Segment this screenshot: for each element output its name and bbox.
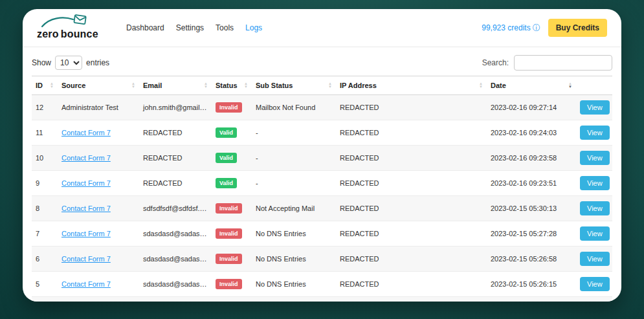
cell-date: 2023-02-15 05:26:58 (487, 247, 576, 272)
source-link[interactable]: Contact Form 7 (61, 204, 111, 212)
cell-substatus: - (252, 120, 336, 146)
cell-substatus: No DNS Entries (252, 272, 336, 297)
view-button[interactable]: View (580, 126, 610, 140)
status-badge: Invalid (216, 203, 242, 214)
status-badge: Invalid (216, 102, 242, 113)
cell-ip: REDACTED (336, 272, 487, 297)
nav-item-settings[interactable]: Settings (176, 23, 204, 32)
cell-date: 2023-02-16 09:27:14 (487, 95, 576, 120)
cell-action: View (576, 120, 612, 146)
top-navigation-bar: zerobounce DashboardSettingsToolsLogs 99… (23, 9, 621, 47)
cell-date: 2023-02-16 09:23:51 (487, 171, 576, 196)
column-header-source[interactable]: Source (58, 76, 139, 95)
column-label-status: Status (216, 82, 238, 89)
view-button[interactable]: View (580, 151, 610, 165)
cell-email: john.smith@gmail.com (139, 95, 212, 120)
entries-label: entries (86, 58, 109, 67)
cell-status: Invalid (212, 95, 252, 120)
view-button[interactable]: View (580, 201, 610, 215)
cell-email: sdasdasd@sadasdasd.com (139, 247, 212, 272)
cell-status: Invalid (212, 297, 252, 302)
view-button[interactable]: View (580, 176, 610, 190)
main-nav: DashboardSettingsToolsLogs (126, 23, 262, 32)
column-header-sub-status[interactable]: Sub Status (252, 76, 336, 95)
cell-source: Contact Form 7 (58, 297, 139, 302)
column-header-email[interactable]: Email (139, 76, 212, 95)
sort-icon[interactable] (50, 82, 54, 89)
cell-source: Contact Form 7 (58, 196, 139, 221)
cell-email: sdasdasd@sadasdasd.com (139, 221, 212, 247)
cell-id: 9 (32, 171, 58, 196)
info-icon[interactable]: ⓘ (533, 23, 540, 32)
table-row: 7Contact Form 7sdasdasd@sadasdasd.comInv… (32, 221, 612, 247)
view-button[interactable]: View (580, 226, 610, 241)
cell-status: Invalid (212, 196, 252, 221)
cell-action: View (576, 297, 612, 302)
sort-icon[interactable] (204, 82, 208, 89)
view-button[interactable]: View (580, 277, 610, 291)
view-button[interactable]: View (580, 100, 610, 115)
brand-logo[interactable]: zerobounce (37, 14, 109, 42)
cell-email: REDACTED (139, 171, 212, 196)
cell-date: 2023-02-16 09:24:03 (487, 120, 576, 146)
cell-email: sdfsdfsdf@sdfdsf.com (139, 196, 212, 221)
cell-substatus: - (252, 171, 336, 196)
cell-ip: REDACTED (336, 196, 487, 221)
logo-swoosh-envelope-icon (41, 14, 94, 29)
cell-ip: REDACTED (336, 221, 487, 247)
nav-item-dashboard[interactable]: Dashboard (126, 23, 164, 32)
cell-source: Administrator Test (58, 95, 139, 120)
cell-ip: REDACTED (336, 120, 487, 146)
buy-credits-button[interactable]: Buy Credits (548, 19, 607, 37)
column-header-ip-address[interactable]: IP Address (336, 76, 487, 95)
cell-action: View (576, 272, 612, 297)
source-link[interactable]: Contact Form 7 (61, 129, 111, 137)
cell-source: Contact Form 7 (58, 272, 139, 297)
column-header-id[interactable]: ID (32, 76, 58, 95)
sort-icon[interactable] (479, 82, 483, 89)
cell-status: Valid (212, 171, 252, 196)
sort-icon[interactable] (131, 82, 135, 89)
status-badge: Invalid (216, 254, 242, 264)
source-link[interactable]: Contact Form 7 (61, 154, 111, 162)
main-card: zerobounce DashboardSettingsToolsLogs 99… (23, 9, 621, 302)
brand-zero: zero (37, 28, 59, 39)
source-link[interactable]: Contact Form 7 (61, 230, 111, 237)
cell-date: 2023-02-15 05:25:16 (487, 297, 576, 302)
nav-item-logs[interactable]: Logs (245, 23, 262, 32)
cell-status: Invalid (212, 247, 252, 272)
column-label-email: Email (143, 82, 162, 89)
cell-substatus: - (252, 146, 336, 171)
view-button[interactable]: View (580, 252, 610, 266)
status-badge: Valid (216, 153, 237, 163)
column-label-id: ID (36, 82, 43, 89)
cell-source: Contact Form 7 (58, 247, 139, 272)
search-label: Search: (482, 58, 509, 67)
column-header-actions (576, 76, 612, 95)
table-row: 6Contact Form 7sdasdasd@sadasdasd.comInv… (32, 247, 612, 272)
status-badge: Invalid (216, 279, 242, 289)
cell-action: View (576, 247, 612, 272)
page-size-select[interactable]: 10 (55, 56, 82, 70)
status-badge: Valid (216, 127, 237, 138)
cell-source: Contact Form 7 (58, 171, 139, 196)
logs-table-wrap: IDSourceEmailStatusSub StatusIP AddressD… (23, 76, 621, 302)
source-link[interactable]: Contact Form 7 (61, 179, 111, 187)
sort-icon[interactable] (568, 82, 572, 89)
cell-status: Invalid (212, 272, 252, 297)
source-link[interactable]: Contact Form 7 (61, 280, 111, 288)
search-input[interactable] (514, 55, 612, 71)
source-link[interactable]: Contact Form 7 (61, 255, 111, 263)
cell-action: View (576, 196, 612, 221)
cell-status: Valid (212, 120, 252, 146)
column-header-date[interactable]: Date (487, 76, 576, 95)
sort-icon[interactable] (244, 82, 248, 89)
table-row: 11Contact Form 7REDACTEDValid-REDACTED20… (32, 120, 612, 146)
sort-icon[interactable] (328, 82, 332, 89)
column-header-status[interactable]: Status (212, 76, 252, 95)
cell-ip: REDACTED (336, 247, 487, 272)
cell-action: View (576, 171, 612, 196)
column-label-ip-address: IP Address (340, 82, 377, 89)
status-badge: Invalid (216, 228, 242, 239)
nav-item-tools[interactable]: Tools (216, 23, 234, 32)
